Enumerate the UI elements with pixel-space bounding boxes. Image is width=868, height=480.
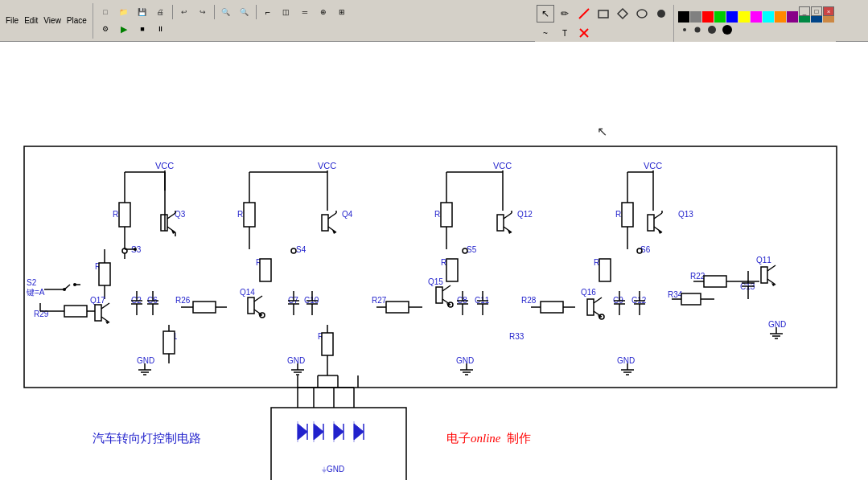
svg-line-178 bbox=[654, 227, 662, 232]
place-component-btn[interactable]: ◫ bbox=[278, 4, 295, 20]
svg-line-90 bbox=[328, 213, 336, 219]
main-toolbar[interactable]: File Edit View Place □ 📁 💾 🖨 ↩ ↪ 🔍 🔍 ⌐ ◫… bbox=[0, 0, 868, 42]
svg-rect-62 bbox=[64, 306, 87, 317]
svg-line-198 bbox=[594, 311, 602, 317]
save-btn[interactable]: 💾 bbox=[134, 4, 151, 20]
svg-text:键=A: 键=A bbox=[26, 288, 45, 297]
open-btn[interactable]: 📁 bbox=[115, 4, 133, 20]
zoom-in-btn[interactable]: 🔍 bbox=[217, 4, 235, 20]
bezier-tool[interactable]: ~ bbox=[537, 24, 554, 42]
svg-text:R22: R22 bbox=[690, 272, 706, 281]
svg-rect-149 bbox=[436, 287, 442, 303]
svg-rect-134 bbox=[497, 215, 504, 231]
x-tool[interactable] bbox=[575, 24, 593, 42]
rect-tool[interactable] bbox=[594, 5, 612, 23]
svg-rect-141 bbox=[441, 203, 452, 227]
svg-text:Q3: Q3 bbox=[175, 210, 186, 219]
color-green[interactable] bbox=[714, 11, 726, 23]
svg-text:电子: 电子 bbox=[446, 431, 471, 445]
place-junction-btn[interactable]: ⊕ bbox=[315, 4, 332, 20]
window-close[interactable]: × bbox=[823, 6, 834, 16]
color-purple[interactable] bbox=[787, 11, 798, 23]
svg-line-0 bbox=[579, 9, 589, 18]
color-blue[interactable] bbox=[726, 11, 738, 23]
color-cyan[interactable] bbox=[763, 11, 774, 23]
pencil-tool[interactable]: ✏ bbox=[556, 5, 574, 23]
line-tool[interactable] bbox=[575, 5, 593, 23]
svg-text:汽车转向灯控制电路: 汽车转向灯控制电路 bbox=[93, 431, 201, 445]
svg-text:GND: GND bbox=[456, 356, 474, 365]
schematic-canvas[interactable]: VCC VCC VCC VCC Q3 R5 bbox=[0, 42, 868, 480]
svg-rect-217 bbox=[681, 293, 701, 305]
svg-text:S4: S4 bbox=[296, 245, 306, 254]
place-net-btn[interactable]: ⊞ bbox=[333, 4, 351, 20]
svg-rect-188 bbox=[622, 203, 633, 227]
diamond-tool[interactable] bbox=[614, 5, 631, 23]
svg-text:制作: 制作 bbox=[507, 431, 531, 445]
svg-text:R33: R33 bbox=[509, 332, 525, 341]
svg-line-150 bbox=[442, 285, 450, 291]
place-wire-btn[interactable]: ⌐ bbox=[259, 4, 277, 20]
svg-line-25 bbox=[167, 227, 175, 232]
svg-line-136 bbox=[504, 227, 512, 232]
svg-point-3 bbox=[637, 10, 647, 18]
svg-rect-32 bbox=[119, 203, 130, 227]
svg-rect-176 bbox=[648, 215, 654, 231]
svg-text:Q15: Q15 bbox=[428, 277, 443, 286]
svg-text:Q17: Q17 bbox=[90, 296, 105, 305]
svg-rect-182 bbox=[761, 267, 767, 283]
print-btn[interactable]: 🖨 bbox=[152, 4, 170, 20]
svg-rect-96 bbox=[244, 203, 255, 227]
menu-place[interactable]: Place bbox=[64, 15, 89, 26]
svg-rect-196 bbox=[587, 299, 594, 315]
menu-file[interactable]: File bbox=[3, 15, 21, 26]
draw-toolbar: ↖ ✏ ~ T bbox=[535, 3, 836, 43]
svg-line-56 bbox=[64, 285, 70, 289]
circle-tool[interactable] bbox=[652, 5, 670, 23]
color-orange[interactable] bbox=[775, 11, 786, 23]
ellipse-tool[interactable] bbox=[633, 5, 651, 23]
redo-btn[interactable]: ↪ bbox=[194, 4, 212, 20]
svg-rect-48 bbox=[95, 305, 101, 321]
color-gray[interactable] bbox=[690, 11, 701, 23]
svg-text:Q16: Q16 bbox=[581, 288, 596, 297]
select-tool[interactable]: ↖ bbox=[537, 5, 554, 23]
sim-pause-btn[interactable]: ⏸ bbox=[152, 21, 170, 37]
svg-text:GND: GND bbox=[287, 356, 305, 365]
svg-text:VCC: VCC bbox=[644, 161, 662, 170]
svg-rect-1 bbox=[599, 10, 608, 18]
svg-rect-76 bbox=[193, 302, 216, 313]
svg-text:↖: ↖ bbox=[597, 125, 607, 138]
window-max[interactable]: □ bbox=[811, 6, 822, 16]
color-magenta[interactable] bbox=[751, 11, 762, 23]
color-red[interactable] bbox=[702, 11, 714, 23]
svg-text:VCC: VCC bbox=[318, 161, 336, 170]
color-black[interactable] bbox=[678, 11, 689, 23]
svg-line-151 bbox=[442, 299, 450, 305]
svg-rect-45 bbox=[99, 263, 110, 285]
svg-point-4 bbox=[657, 10, 665, 18]
svg-text:R27: R27 bbox=[372, 296, 387, 305]
svg-rect-23 bbox=[161, 215, 167, 231]
window-min[interactable]: _ bbox=[799, 6, 810, 16]
svg-text:GND: GND bbox=[137, 356, 154, 365]
sim-setup-btn[interactable]: ⚙ bbox=[97, 21, 114, 37]
svg-line-197 bbox=[594, 297, 602, 303]
place-bus-btn[interactable]: ═ bbox=[296, 4, 314, 20]
undo-btn[interactable]: ↩ bbox=[175, 4, 193, 20]
svg-text:Q11: Q11 bbox=[756, 256, 771, 265]
menu-edit[interactable]: Edit bbox=[22, 15, 40, 26]
sim-stop-btn[interactable]: ■ bbox=[134, 21, 151, 37]
zoom-out-btn[interactable]: 🔍 bbox=[236, 4, 253, 20]
text-tool[interactable]: T bbox=[556, 24, 574, 42]
sim-run-btn[interactable]: ▶ bbox=[115, 21, 133, 37]
svg-rect-194 bbox=[599, 259, 611, 281]
menu-view[interactable]: View bbox=[41, 15, 64, 26]
new-btn[interactable]: □ bbox=[97, 4, 114, 20]
color-yellow[interactable] bbox=[738, 11, 750, 23]
svg-line-184 bbox=[767, 279, 775, 285]
svg-rect-102 bbox=[260, 259, 271, 281]
svg-text:Q13: Q13 bbox=[678, 210, 693, 219]
svg-line-105 bbox=[254, 296, 262, 302]
svg-text:GND: GND bbox=[617, 356, 635, 365]
